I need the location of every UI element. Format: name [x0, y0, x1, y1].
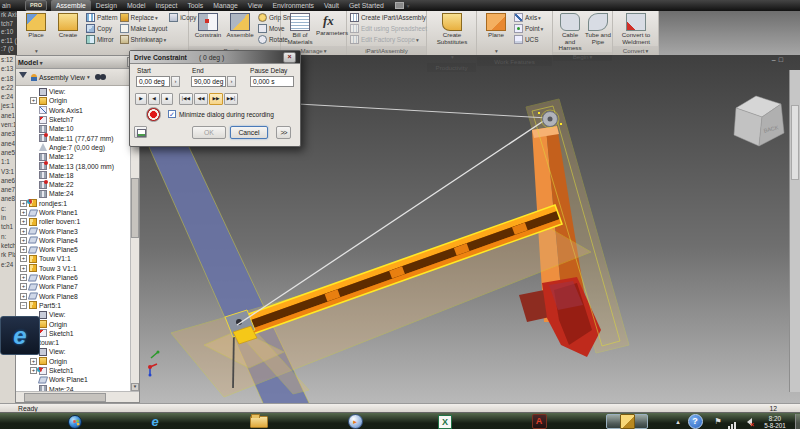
- record-button[interactable]: [146, 107, 161, 122]
- tree-item[interactable]: +roller boven:1: [16, 217, 131, 226]
- tree-item[interactable]: +Work Plane5: [16, 245, 131, 254]
- parameters-button[interactable]: fxParameters: [316, 12, 348, 37]
- scroll-down-icon[interactable]: ▼: [131, 383, 139, 391]
- minimize-dialog-checkbox[interactable]: [168, 110, 176, 118]
- tab-tools[interactable]: Tools: [182, 0, 208, 11]
- tree-item[interactable]: Mate:10: [16, 124, 131, 133]
- expand-icon[interactable]: +: [30, 358, 37, 365]
- create-button[interactable]: Create: [52, 12, 84, 39]
- tree-item[interactable]: +Work Plane8: [16, 292, 131, 301]
- tree-item[interactable]: +Touw 3 V1:1: [16, 264, 131, 273]
- tree-item[interactable]: Mate:22: [16, 180, 131, 189]
- assemble-button[interactable]: Assemble: [224, 12, 256, 39]
- search-icon[interactable]: [95, 73, 106, 81]
- drive-adaptivity-icon-button[interactable]: [134, 126, 147, 138]
- tree-item[interactable]: Mate:12: [16, 152, 131, 161]
- action-center-icon[interactable]: ⚑: [712, 414, 724, 429]
- bill-of-materials-button[interactable]: Bill of Materials: [284, 12, 316, 45]
- convert-weldment-button[interactable]: Convert to Weldment: [620, 12, 652, 45]
- step-back-button[interactable]: ◀◀: [194, 93, 208, 105]
- horizontal-scrollbar[interactable]: [16, 391, 139, 402]
- volume-muted-icon[interactable]: ×: [740, 414, 754, 429]
- ucs-button[interactable]: UCS: [514, 34, 543, 45]
- tree-item[interactable]: View:: [16, 87, 131, 96]
- cable-harness-button[interactable]: Cable and Harness: [556, 12, 584, 52]
- close-icon[interactable]: ×: [283, 52, 296, 63]
- tree-item[interactable]: Work Plane1: [16, 375, 131, 384]
- expand-icon[interactable]: +: [20, 218, 27, 225]
- tree-item[interactable]: Angle:7 (0,00 deg): [16, 143, 131, 152]
- expand-icon[interactable]: +: [30, 367, 37, 374]
- copy-button[interactable]: Copy: [86, 23, 118, 34]
- make-layout-button[interactable]: Make Layout: [120, 23, 168, 34]
- stop-button[interactable]: ■: [161, 93, 173, 105]
- network-icon[interactable]: [726, 414, 738, 429]
- go-to-start-button[interactable]: |◀◀: [179, 93, 193, 105]
- tree-item[interactable]: Mate:11 (77,677 mm): [16, 133, 131, 142]
- show-desktop-button[interactable]: [795, 414, 800, 429]
- dialog-title-bar[interactable]: Drive Constraint ( 0 deg ) ×: [130, 51, 300, 64]
- step-forward-button[interactable]: ▶▶: [209, 93, 223, 105]
- filter-icon[interactable]: [19, 72, 27, 82]
- pattern-button[interactable]: Pattern: [86, 12, 118, 23]
- tree-item[interactable]: +Work Plane3: [16, 226, 131, 235]
- tree-item[interactable]: +Origin: [16, 357, 131, 366]
- tree-item[interactable]: Sketch7: [16, 115, 131, 124]
- replace-button[interactable]: Replace: [120, 12, 168, 23]
- scrollbar-thumb[interactable]: [131, 178, 139, 238]
- expand-icon[interactable]: +: [20, 255, 27, 262]
- tree-item[interactable]: Work Axis1: [16, 106, 131, 115]
- tab-environments[interactable]: Environments: [267, 0, 319, 11]
- place-button[interactable]: Place: [20, 12, 52, 57]
- play-forward-button[interactable]: ▶: [135, 93, 147, 105]
- help-notification-icon[interactable]: ?: [686, 414, 704, 429]
- tab-view[interactable]: View: [243, 0, 268, 11]
- create-substitutes-button[interactable]: Create Substitutes: [436, 12, 468, 63]
- convert-group-label[interactable]: Convert: [613, 46, 658, 55]
- tab-design[interactable]: Design: [91, 0, 122, 11]
- expand-icon[interactable]: +: [30, 97, 37, 104]
- navigation-bar-segment[interactable]: [791, 105, 799, 180]
- end-input[interactable]: 90,00 deg: [191, 76, 226, 87]
- tree-item[interactable]: +Touw V1:1: [16, 254, 131, 263]
- tube-pipe-button[interactable]: Tube and Pipe: [584, 12, 612, 45]
- hscrollbar-thumb[interactable]: [24, 393, 106, 402]
- tab-manage[interactable]: Manage: [208, 0, 243, 11]
- document-window-controls[interactable]: –□: [772, 56, 786, 63]
- internet-explorer-icon[interactable]: e: [0, 316, 40, 355]
- tab-inspect[interactable]: Inspect: [150, 0, 182, 11]
- cancel-button[interactable]: Cancel: [230, 126, 268, 139]
- taskbar-inventor-active[interactable]: [606, 414, 648, 429]
- tree-item[interactable]: +Work Plane1: [16, 208, 131, 217]
- taskbar-excel[interactable]: X: [432, 414, 458, 429]
- taskbar-media-player[interactable]: ▸: [342, 414, 368, 429]
- expand-icon[interactable]: +: [20, 265, 27, 272]
- mirror-button[interactable]: Mirror: [86, 34, 118, 45]
- end-flyout-icon[interactable]: ›: [227, 76, 236, 87]
- expand-icon[interactable]: +: [20, 200, 27, 207]
- work-features-group-label[interactable]: Work Features: [477, 57, 552, 66]
- tab-get-started[interactable]: Get Started: [344, 0, 389, 11]
- start-button[interactable]: [64, 414, 86, 429]
- viewcube[interactable]: BACK: [734, 96, 784, 146]
- taskbar-internet-explorer[interactable]: e: [142, 414, 168, 429]
- collapse-icon[interactable]: −: [20, 302, 27, 309]
- tree-item[interactable]: +Work Plane6: [16, 273, 131, 282]
- navigation-bar[interactable]: [789, 70, 800, 392]
- tree-item[interactable]: +Origin: [16, 96, 131, 105]
- taskbar-clock[interactable]: 8:205-8-201: [756, 414, 794, 429]
- expand-icon[interactable]: +: [20, 283, 27, 290]
- tree-item[interactable]: −Part5:1: [16, 301, 131, 310]
- inventor-pro-badge[interactable]: PRO: [25, 0, 47, 11]
- go-to-end-button[interactable]: ▶▶|: [224, 93, 238, 105]
- axis-button[interactable]: Axis: [514, 12, 543, 23]
- tree-item[interactable]: +Work Plane7: [16, 282, 131, 291]
- view-mode-selector[interactable]: Assembly View: [31, 74, 90, 81]
- play-reverse-button[interactable]: ◀: [148, 93, 160, 105]
- ribbon-options-button[interactable]: [395, 2, 410, 9]
- tab-model[interactable]: Model: [122, 0, 151, 11]
- start-input[interactable]: 0,00 deg: [136, 76, 170, 87]
- shrinkwrap-button[interactable]: Shrinkwrap: [120, 34, 168, 45]
- expand-icon[interactable]: +: [20, 274, 27, 281]
- browser-title[interactable]: Model: [18, 59, 43, 66]
